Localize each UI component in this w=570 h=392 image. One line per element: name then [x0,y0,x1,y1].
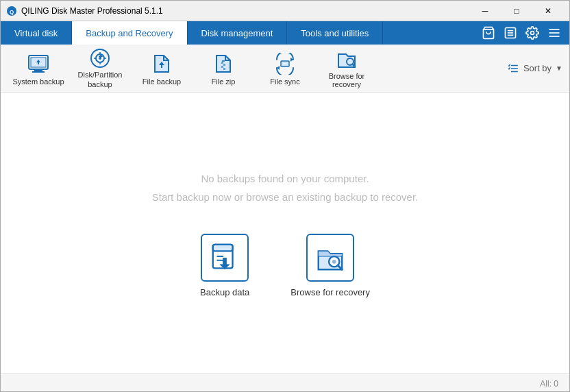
file-backup-icon-area [149,51,174,76]
disk-partition-icon [89,47,111,69]
list-icon-button[interactable] [501,23,520,42]
file-sync-icon-area [273,51,297,76]
app-icon: Q [6,5,17,16]
file-zip-button[interactable]: File zip [193,47,254,90]
system-backup-icon [27,53,49,75]
browse-recovery-icon [336,49,358,71]
file-zip-icon [212,53,234,75]
file-backup-button[interactable]: File backup [131,47,193,90]
svg-text:Q: Q [10,8,14,14]
browse-recovery-action-icon-box [306,234,354,282]
system-backup-icon-area [26,51,51,76]
sub-toolbar: System backup Disk/Partition backup File… [1,45,569,93]
backup-data-action-button[interactable]: Backup data [200,234,249,297]
svg-rect-19 [281,61,289,66]
disk-partition-icon-area [88,47,112,69]
browse-recovery-icon-area [334,49,359,71]
cart-icon [482,26,495,40]
system-backup-button[interactable]: System backup [8,47,69,90]
content-area: No backups found on your computer. Start… [1,93,569,373]
tab-backup-recovery[interactable]: Backup and Recovery [72,21,187,45]
backup-data-icon-box [201,234,249,282]
status-count: 0 [554,379,558,389]
file-zip-icon-area [211,51,236,76]
status-bar: All: 0 [1,373,569,392]
list-icon [504,26,517,40]
minimize-button[interactable]: ─ [469,1,501,21]
browse-recovery-action-button[interactable]: Browse for recovery [290,234,370,297]
browse-recovery-action-label: Browse for recovery [290,287,370,297]
file-sync-button[interactable]: File sync [254,47,316,90]
disk-partition-backup-button[interactable]: Disk/Partition backup [69,47,131,90]
backup-data-label: Backup data [200,287,249,297]
empty-state-message: No backups found on your computer. Start… [152,169,419,206]
settings-icon-button[interactable] [523,23,542,42]
maximize-button[interactable]: □ [501,1,532,21]
menu-icon-button[interactable] [545,23,564,42]
backup-data-icon [209,242,240,273]
sort-by-label: Sort by [523,63,552,73]
window-controls: ─ □ ✕ [469,1,564,21]
tab-virtual-disk[interactable]: Virtual disk [1,21,72,45]
hamburger-icon [547,26,561,40]
sort-icon [507,62,519,75]
svg-rect-13 [34,69,42,71]
app-title: QILING Disk Master Professional 5.1.1 [21,6,469,16]
sort-chevron-icon: ▼ [556,64,562,72]
browse-recovery-action-icon [314,242,346,273]
cart-icon-button[interactable] [479,23,498,42]
action-buttons-container: Backup data Browse for recovery [200,234,370,297]
sort-by-button[interactable]: Sort by ▼ [507,62,562,75]
empty-state-line2: Start backup now or browse an existing b… [152,188,419,206]
header-actions [479,21,569,45]
svg-point-31 [332,259,336,263]
svg-rect-14 [32,71,45,73]
title-bar: Q QILING Disk Master Professional 5.1.1 … [1,1,569,21]
browse-recovery-button[interactable]: Browse for recovery [316,47,377,90]
svg-rect-26 [213,244,233,251]
gear-icon [525,26,539,40]
file-backup-icon [151,53,173,75]
close-button[interactable]: ✕ [532,1,564,21]
file-sync-icon [274,53,296,75]
tab-tools-utilities[interactable]: Tools and utilities [287,21,383,45]
main-tab-bar: Virtual disk Backup and Recovery Disk ma… [1,21,569,45]
svg-point-7 [531,32,534,35]
empty-state-line1: No backups found on your computer. [152,169,419,188]
status-all-label: All: [540,379,552,389]
tab-disk-management[interactable]: Disk management [188,21,288,45]
